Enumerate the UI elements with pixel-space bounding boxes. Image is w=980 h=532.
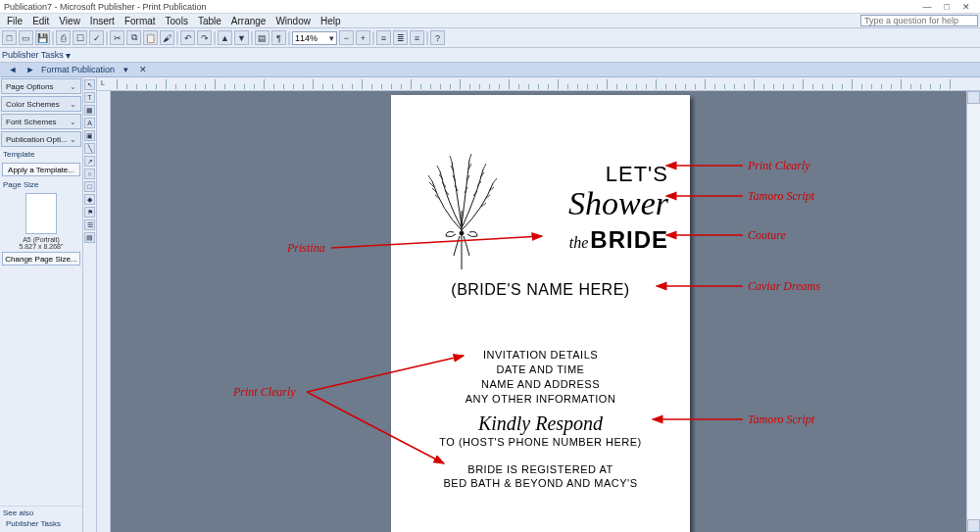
help-search-input[interactable] [860,15,978,26]
title-bar: Publication7 - Microsoft Publisher - Pri… [0,0,980,14]
zoom-combo[interactable]: 114% ▾ [292,31,337,45]
inv-text-kindly-respond[interactable]: Kindly Respond [391,412,690,435]
page[interactable]: LET'S Shower theBRIDE (BRIDE'S NAME HERE… [391,95,690,532]
page-size-thumbnail[interactable] [25,193,57,234]
copy-icon[interactable]: ⧉ [126,30,141,45]
preview-icon[interactable]: ☐ [73,30,87,45]
expand-icon: ⌄ [70,118,76,126]
chevron-down-icon[interactable]: ▾ [119,65,132,74]
publisher-tasks-label[interactable]: Publisher Tasks [2,50,64,60]
menu-arrange[interactable]: Arrange [226,16,271,26]
template-section-label: Template [0,148,82,161]
menu-file[interactable]: File [2,16,27,26]
spellcheck-icon[interactable]: ✓ [89,30,104,45]
menu-edit[interactable]: Edit [27,16,54,26]
undo-icon[interactable]: ↶ [180,30,195,45]
oval-tool-icon[interactable]: ○ [84,169,95,179]
inv-text-host-phone[interactable]: TO (HOST'S PHONE NUMBER HERE) [391,436,690,448]
change-page-size-button[interactable]: Change Page Size... [2,252,80,266]
bookmark-tool-icon[interactable]: ⚑ [84,207,95,218]
inv-text-shower[interactable]: Shower [568,185,668,222]
maximize-button[interactable]: □ [937,2,956,12]
wordart-tool-icon[interactable]: A [84,118,95,128]
inv-text-details[interactable]: INVITATION DETAILS DATE AND TIME NAME AN… [391,348,690,406]
special-chars-icon[interactable]: ¶ [271,30,286,45]
taskpane-item-color-schemes[interactable]: Color Schemes ⌄ [1,96,81,112]
menu-table[interactable]: Table [193,16,226,26]
nav-forward-icon[interactable]: ► [24,65,37,74]
inv-text-bride: BRIDE [590,226,668,253]
expand-icon: ⌄ [70,82,76,91]
cut-icon[interactable]: ✂ [110,30,124,45]
textbox-tool-icon[interactable]: T [84,92,95,103]
inv-text-the-bride[interactable]: theBRIDE [569,226,668,254]
zoom-out-icon[interactable]: − [339,30,354,45]
line-tool-icon[interactable]: ╲ [84,143,95,154]
open-icon[interactable]: ▭ [19,30,33,45]
rectangle-tool-icon[interactable]: □ [84,181,95,192]
inv-text-registry-stores[interactable]: BED BATH & BEYOND AND MACY'S [391,477,690,489]
taskpane-item-publication-options[interactable]: Publication Opti... ⌄ [1,131,81,147]
menu-format[interactable]: Format [120,16,161,26]
horizontal-ruler[interactable]: L [97,77,980,91]
canvas-wrap: L [97,77,980,532]
vertical-scrollbar[interactable] [966,91,980,532]
see-also-label: See also [0,506,82,519]
inv-text-brides-name[interactable]: (BRIDE'S NAME HERE) [391,281,690,299]
align-center-icon[interactable]: ≣ [393,30,408,45]
publisher-tasks-bar: Publisher Tasks ▾ [0,48,980,63]
inv-text-lets[interactable]: LET'S [606,162,668,187]
see-also-publisher-tasks-link[interactable]: Publisher Tasks [0,519,82,532]
picture-tool-icon[interactable]: ▣ [84,130,95,141]
close-button[interactable]: ✕ [956,2,976,12]
autoshapes-tool-icon[interactable]: ◆ [84,194,95,205]
scroll-up-icon[interactable] [967,91,980,104]
print-icon[interactable]: ⎙ [56,30,71,45]
item-catalog-icon[interactable]: ▤ [84,232,95,243]
menu-help[interactable]: Help [316,16,346,26]
scroll-track[interactable] [967,104,980,519]
close-pane-icon[interactable]: ✕ [136,65,150,74]
pointer-tool-icon[interactable]: ↖ [84,79,95,90]
menu-tools[interactable]: Tools [161,16,193,26]
send-backward-icon[interactable]: ▼ [234,30,249,45]
taskpane-item-label: Publication Opti... [6,135,68,144]
new-icon[interactable]: □ [2,30,17,45]
help-icon[interactable]: ? [430,30,445,45]
format-painter-icon[interactable]: 🖌 [160,30,174,45]
apply-template-button[interactable]: Apply a Template... [2,163,80,176]
align-right-icon[interactable]: ≡ [410,30,424,45]
inv-details-line: ANY OTHER INFORMATION [391,392,690,407]
paste-icon[interactable]: 📋 [143,30,158,45]
save-icon[interactable]: 💾 [35,30,50,45]
redo-icon[interactable]: ↷ [197,30,212,45]
scroll-down-icon[interactable] [967,519,980,532]
main-area: Page Options ⌄ Color Schemes ⌄ Font Sche… [0,77,980,532]
menu-window[interactable]: Window [270,16,316,26]
page-size-caption-name: A5 (Portrait) [0,236,82,243]
zoom-in-icon[interactable]: + [356,30,370,45]
page-size-section-label: Page Size [0,178,82,191]
format-publication-tab[interactable]: ◄ ► Format Publication ▾ ✕ [0,65,156,74]
document-canvas[interactable]: LET'S Shower theBRIDE (BRIDE'S NAME HERE… [111,91,966,532]
zoom-value: 114% [295,33,318,43]
inv-text-registered-at[interactable]: BRIDE IS REGISTERED AT [391,463,690,475]
chevron-down-icon[interactable]: ▾ [66,50,71,61]
menu-insert[interactable]: Insert [85,16,120,26]
taskpane-header-row: ◄ ► Format Publication ▾ ✕ [0,63,980,77]
table-tool-icon[interactable]: ▦ [84,105,95,116]
align-left-icon[interactable]: ≡ [376,30,391,45]
design-gallery-icon[interactable]: ☰ [84,219,95,230]
expand-icon: ⌄ [70,100,76,109]
inv-text-the: the [569,234,589,251]
vertical-ruler[interactable] [97,91,111,532]
minimize-button[interactable]: — [917,2,937,12]
bring-forward-icon[interactable]: ▲ [218,30,232,45]
arrow-tool-icon[interactable]: ↗ [84,156,95,167]
taskpane-item-page-options[interactable]: Page Options ⌄ [1,78,81,94]
taskpane-item-font-schemes[interactable]: Font Schemes ⌄ [1,114,81,129]
columns-icon[interactable]: ▤ [255,30,270,45]
menu-view[interactable]: View [54,16,85,26]
nav-back-icon[interactable]: ◄ [6,65,20,74]
taskpane-item-label: Page Options [6,82,53,91]
